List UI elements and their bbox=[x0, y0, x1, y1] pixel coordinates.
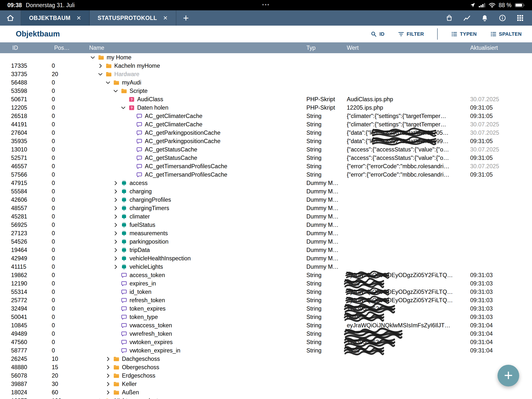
chevron-right-icon[interactable] bbox=[113, 263, 121, 270]
tree-row[interactable]: 4888015Obergeschoss bbox=[0, 363, 532, 371]
tab-objektbaum[interactable]: OBJEKTBAUM ✕ bbox=[21, 10, 90, 26]
id-search-button[interactable]: ID bbox=[370, 31, 384, 37]
tree-row[interactable]: 569250fuelStatusDummy M… bbox=[0, 221, 532, 229]
tree-row[interactable]: 359350AC_getParkingpositionCacheString{"… bbox=[0, 137, 532, 145]
chevron-down-icon[interactable] bbox=[90, 54, 98, 61]
tree-row[interactable]: 485570chargingTimersDummy M… bbox=[0, 204, 532, 212]
tab-statusprotokoll[interactable]: STATUSPROTOKOLL ✕ bbox=[90, 10, 176, 26]
chevron-right-icon[interactable] bbox=[97, 62, 105, 69]
tree-row[interactable]: 5607820Erdgeschoss bbox=[0, 371, 532, 380]
tab-label: STATUSPROTOKOLL bbox=[98, 15, 157, 21]
tree-row[interactable]: 198620access_tokenStringeyJraWQiOiI0ODEy… bbox=[0, 271, 532, 279]
tree-row[interactable]: 130100AC_getStatusCacheString{"access":{… bbox=[0, 145, 532, 154]
row-pos: 20 bbox=[52, 71, 89, 78]
tree-row[interactable]: 411150vehicleLightsDummy M… bbox=[0, 263, 532, 271]
chevron-right-icon[interactable] bbox=[113, 230, 121, 237]
tree-row[interactable]: 506710?AudiClassPHP-SkriptAudiClass.ips.… bbox=[0, 95, 532, 103]
tree-row[interactable]: 564880myAudi bbox=[0, 78, 532, 87]
filter-button[interactable]: FILTER bbox=[398, 31, 424, 37]
row-name-cell: fuelStatus bbox=[89, 221, 305, 228]
chevron-down-icon[interactable] bbox=[120, 104, 128, 111]
tree-row[interactable]: 426060chargingProfilesDummy M… bbox=[0, 196, 532, 204]
row-pos: 0 bbox=[52, 113, 89, 119]
tree-row[interactable]: 553140id_tokenStringeyJraWQiOiI0ODEyODgz… bbox=[0, 288, 532, 296]
chevron-down-icon[interactable] bbox=[113, 87, 121, 94]
tree-row[interactable]: 441910AC_getClimaterCacheString{"climate… bbox=[0, 120, 532, 129]
tree-row[interactable]: 173350Kacheln myHome bbox=[0, 62, 532, 70]
chevron-spacer bbox=[128, 129, 136, 136]
typen-button[interactable]: TYPEN bbox=[451, 31, 477, 37]
tree-row[interactable]: 194640tripDataDummy M… bbox=[0, 246, 532, 254]
row-id: 12205 bbox=[0, 104, 52, 111]
chevron-right-icon[interactable] bbox=[105, 372, 113, 379]
tree-row[interactable]: 271230measurementsDummy M… bbox=[0, 229, 532, 237]
row-value bbox=[346, 356, 468, 362]
row-pos: 0 bbox=[52, 322, 89, 329]
chevron-right-icon[interactable] bbox=[105, 364, 113, 371]
tree-row[interactable]: 452810climaterDummy M… bbox=[0, 212, 532, 221]
tree-row[interactable]: 121900expires_inString359909:31:03 bbox=[0, 279, 532, 288]
tree-row[interactable]: 276040AC_getParkingpositionCacheString{"… bbox=[0, 129, 532, 137]
tree-row[interactable]: 587770vwtoken_expires_inString359909:31:… bbox=[0, 346, 532, 355]
row-value: 3599 bbox=[346, 280, 468, 287]
string-variable-icon bbox=[136, 130, 143, 136]
chevron-right-icon[interactable] bbox=[105, 389, 113, 396]
new-tab-button[interactable]: + bbox=[176, 10, 196, 26]
tree-row[interactable]: 575660AC_getTimersandProfilesCacheString… bbox=[0, 170, 532, 179]
tree-row[interactable]: 494890vwrefresh_tokenString09:31:04 bbox=[0, 330, 532, 338]
chevron-right-icon[interactable] bbox=[113, 221, 121, 228]
tree-row[interactable]: 535980Scripte bbox=[0, 87, 532, 95]
chevron-right-icon[interactable] bbox=[113, 188, 121, 195]
row-pos: 0 bbox=[52, 130, 89, 136]
spalten-button[interactable]: SPALTEN bbox=[490, 31, 522, 37]
chart-trend-icon[interactable] bbox=[463, 14, 471, 22]
tree-row[interactable]: 3373520Hardware bbox=[0, 70, 532, 78]
chevron-down-icon[interactable] bbox=[105, 79, 113, 86]
tree-row[interactable]: 479150accessDummy M… bbox=[0, 179, 532, 187]
row-id: 19862 bbox=[0, 272, 52, 279]
close-icon[interactable]: ✕ bbox=[76, 15, 81, 21]
chevron-right-icon[interactable] bbox=[113, 180, 121, 186]
battery-percent: 88 % bbox=[499, 2, 512, 9]
tree-row[interactable]: 475600vwtoken_expiresString175395066309:… bbox=[0, 338, 532, 346]
tree-row[interactable]: 465570AC_getTimersandProfilesCacheString… bbox=[0, 162, 532, 170]
tree-row[interactable]: 265180AC_getClimaterCacheString{"climate… bbox=[0, 112, 532, 120]
chevron-right-icon[interactable] bbox=[113, 255, 121, 262]
chevron-down-icon[interactable] bbox=[97, 71, 105, 78]
tree-row[interactable]: 555840chargingDummy M… bbox=[0, 187, 532, 196]
chevron-right-icon[interactable] bbox=[105, 355, 113, 362]
tree-row[interactable]: 545260parkingpositionDummy M… bbox=[0, 237, 532, 246]
chevron-right-icon[interactable] bbox=[113, 238, 121, 245]
chevron-right-icon[interactable] bbox=[105, 381, 113, 387]
chevron-right-icon[interactable] bbox=[97, 397, 105, 399]
row-name-cell: Scripte bbox=[89, 87, 305, 94]
home-button[interactable] bbox=[0, 10, 21, 26]
row-id: 10375 bbox=[0, 398, 52, 399]
tree-row[interactable]: 324940token_expiresString175395066209:31… bbox=[0, 304, 532, 313]
tree-row[interactable]: 10375100Nicht zugeordnet bbox=[0, 397, 532, 399]
store-bag-icon[interactable] bbox=[445, 14, 453, 22]
bell-icon[interactable] bbox=[481, 14, 489, 22]
chevron-right-icon[interactable] bbox=[113, 205, 121, 212]
tree-row[interactable]: 2624510Dachgeschoss bbox=[0, 355, 532, 363]
chevron-right-icon[interactable] bbox=[113, 196, 121, 203]
add-object-fab[interactable]: + bbox=[498, 365, 519, 386]
tree-row[interactable]: 122050?Daten holenPHP-Skript12205.ips.ph… bbox=[0, 103, 532, 112]
apps-grid-icon[interactable] bbox=[516, 14, 524, 22]
tree-row[interactable]: 1802460Außen bbox=[0, 388, 532, 397]
row-type: String bbox=[305, 297, 346, 304]
tree-row[interactable]: my Home bbox=[0, 53, 532, 62]
row-name-cell: measurements bbox=[89, 230, 305, 237]
info-icon[interactable] bbox=[499, 14, 506, 22]
tree-row[interactable]: 429490vehicleHealthInspectionDummy M… bbox=[0, 254, 532, 263]
row-value: {"error":{"errorCode":"mbbc.rolesandri… bbox=[346, 163, 468, 170]
status-date: Donnerstag 31. Juli bbox=[26, 2, 75, 9]
chevron-right-icon[interactable] bbox=[113, 213, 121, 220]
tree-row[interactable]: 500410token_typeStringbearer09:31:03 bbox=[0, 313, 532, 321]
close-icon[interactable]: ✕ bbox=[163, 15, 168, 21]
tree-row[interactable]: 525710AC_getStatusCacheString{"access":{… bbox=[0, 154, 532, 162]
chevron-right-icon[interactable] bbox=[113, 247, 121, 253]
tree-row[interactable]: 108450vwaccess_tokenStringeyJraWQiOiJNQk… bbox=[0, 321, 532, 330]
tree-row[interactable]: 257720refresh_tokenStringeyJraWQiOiI0ODE… bbox=[0, 296, 532, 304]
tree-row[interactable]: 3988730Keller bbox=[0, 380, 532, 388]
